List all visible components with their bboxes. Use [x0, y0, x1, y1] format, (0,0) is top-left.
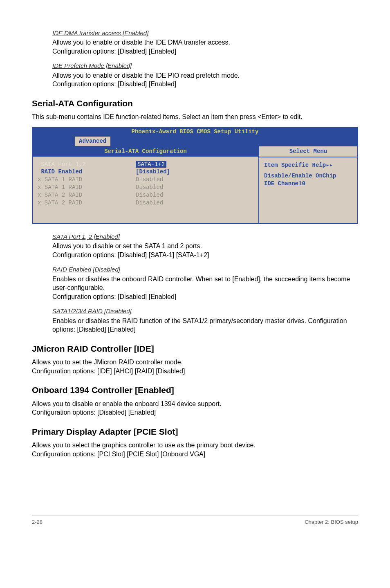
sata-port-l2: Configuration options: [Disabled] [SATA-…	[52, 251, 209, 258]
row-label: SATA 2 RAID	[45, 200, 82, 206]
sata-raid-title: SATA1/2/3/4 RAID [Disabled]	[52, 307, 132, 315]
row-value: Disabled	[136, 199, 177, 207]
raid-enabled-title: RAID Enabled [Disabled]	[52, 265, 120, 274]
onboard1394-l1: Allows you to disable or enable the onbo…	[32, 399, 358, 408]
footer-right: Chapter 2: BIOS setup	[305, 518, 358, 526]
jmicron-l2: Configuration options: [IDE] [AHCI] [RAI…	[32, 367, 358, 376]
ide-dma-line2: Configuration options: [Disabled] [Enabl…	[52, 48, 176, 55]
bios-row-sata2-raid-a[interactable]: x SATA 2 RAID Disabled	[38, 191, 253, 199]
sata-port-title: SATA Port 1, 2 [Enabled]	[52, 233, 120, 241]
ide-prefetch-block: IDE Prefetch Mode [Enabled] Allows you t…	[52, 61, 358, 88]
row-label: SATA 1 RAID	[45, 184, 82, 191]
ide-prefetch-line1: Allows you to enable or disable the IDE …	[52, 72, 240, 79]
footer-left: 2-28	[32, 518, 43, 526]
bios-rows: SATA Port 1,2 SATA-1+2 RAID Enabled [Dis…	[33, 157, 258, 223]
bios-tab-advanced[interactable]: Advanced	[75, 137, 110, 146]
ide-dma-block: IDE DMA transfer access [Enabled] Allows…	[52, 29, 358, 56]
bios-row-sata1-raid-b[interactable]: x SATA 1 RAID Disabled	[38, 184, 253, 191]
ide-prefetch-line2: Configuration options: [Disabled] [Enabl…	[52, 81, 176, 88]
row-value: SATA-1+2	[136, 161, 166, 168]
bios-tab-row: Advanced	[32, 137, 358, 146]
row-label: RAID Enabled	[41, 168, 82, 175]
row-prefix: x	[38, 184, 41, 191]
bios-row-raid-enabled[interactable]: RAID Enabled [Disabled]	[38, 168, 253, 176]
onboard1394-l2: Configuration options: [Disabled] [Enabl…	[32, 408, 358, 417]
bios-panel: Phoenix-Award BIOS CMOS Setup Utility Ad…	[32, 127, 358, 224]
sata-port-block: SATA Port 1, 2 [Enabled] Allows you to d…	[52, 232, 358, 259]
bios-subhead: Serial-ATA Configuration	[33, 146, 258, 157]
bios-help: Item Specific Help▸▸ Disable/Enable OnCh…	[259, 157, 357, 192]
jmicron-l1: Allows you to set the JMicron RAID contr…	[32, 358, 358, 367]
bios-select-menu: Select Menu	[259, 146, 357, 157]
raid-enabled-block: RAID Enabled [Disabled] Enables or disab…	[52, 265, 358, 301]
primary-display-heading: Primary Display Adapter [PCIE Slot]	[32, 426, 358, 438]
bios-body: Serial-ATA Configuration SATA Port 1,2 S…	[32, 146, 358, 224]
row-label: SATA 2 RAID	[45, 192, 82, 198]
row-prefix: x	[38, 200, 41, 206]
primary-display-l1: Allows you to select the graphics contro…	[32, 441, 358, 450]
ide-dma-title: IDE DMA transfer access [Enabled]	[52, 29, 148, 37]
bios-row-sata1-raid-a[interactable]: x SATA 1 RAID Disabled	[38, 176, 253, 184]
raid-enabled-l2: Configuration options: [Disabled] [Enabl…	[52, 293, 176, 300]
raid-enabled-l1: Enables or disables the onboard RAID con…	[52, 276, 350, 292]
sata-raid-l1: Enables or disables the RAID function of…	[52, 317, 347, 333]
page-footer: 2-28 Chapter 2: BIOS setup	[32, 516, 358, 526]
bios-help-l3: IDE Channel0	[264, 180, 352, 188]
primary-display-l2: Configuration options: [PCI Slot] [PCIE …	[32, 450, 358, 459]
row-value: Disabled	[136, 184, 177, 191]
sata-raid-block: SATA1/2/3/4 RAID [Disabled] Enables or d…	[52, 307, 358, 334]
bios-help-l2: Disable/Enable OnChip	[264, 172, 352, 180]
row-prefix: x	[38, 192, 41, 198]
bios-left-pane: Serial-ATA Configuration SATA Port 1,2 S…	[33, 146, 259, 223]
bios-row-sata-port[interactable]: SATA Port 1,2 SATA-1+2	[38, 161, 253, 168]
bios-help-title: Item Specific Help	[264, 162, 326, 168]
bios-title: Phoenix-Award BIOS CMOS Setup Utility	[32, 127, 358, 137]
sata-port-l1: Allows you to disable or set the SATA 1 …	[52, 242, 202, 249]
row-prefix: x	[38, 176, 41, 183]
serial-ata-lead: This sub-menu contains IDE function-rela…	[32, 112, 358, 121]
bios-row-sata2-raid-b[interactable]: x SATA 2 RAID Disabled	[38, 199, 253, 207]
arrows-icon: ▸▸	[326, 162, 333, 168]
serial-ata-heading: Serial-ATA Configuration	[32, 98, 358, 109]
jmicron-heading: JMicron RAID Controller [IDE]	[32, 343, 358, 355]
bios-right-pane: Select Menu Item Specific Help▸▸ Disable…	[259, 146, 357, 223]
row-value: Disabled	[136, 191, 177, 199]
row-label: SATA 1 RAID	[45, 176, 82, 183]
ide-prefetch-title: IDE Prefetch Mode [Enabled]	[52, 62, 132, 70]
row-label: SATA Port 1,2	[41, 161, 85, 168]
row-value: [Disabled]	[136, 168, 177, 176]
ide-dma-line1: Allows you to enable or disable the IDE …	[52, 39, 230, 46]
row-value: Disabled	[136, 176, 177, 184]
onboard1394-heading: Onboard 1394 Controller [Enabled]	[32, 384, 358, 396]
